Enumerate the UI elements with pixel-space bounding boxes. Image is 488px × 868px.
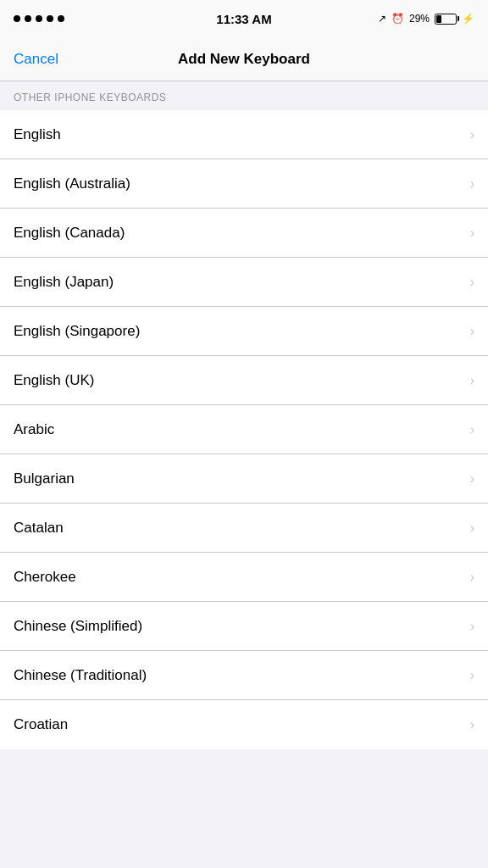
- signal-dot-5: [58, 15, 64, 22]
- chevron-right-icon: ›: [470, 127, 474, 142]
- battery-indicator: [435, 14, 457, 25]
- page-title: Add New Keyboard: [178, 51, 310, 68]
- list-item-croatian[interactable]: Croatian›: [0, 700, 488, 749]
- chevron-right-icon: ›: [470, 619, 474, 634]
- battery-percent: 29%: [409, 13, 430, 25]
- charging-icon: ⚡: [462, 13, 474, 25]
- chevron-right-icon: ›: [470, 471, 474, 487]
- list-item-english-japan[interactable]: English (Japan)›: [0, 258, 488, 307]
- list-item-arabic[interactable]: Arabic›: [0, 405, 488, 454]
- list-item-bulgarian[interactable]: Bulgarian›: [0, 454, 488, 504]
- signal-dot-3: [36, 15, 42, 22]
- location-icon: ↗: [378, 13, 386, 25]
- keyboard-list: English›English (Australia)›English (Can…: [0, 110, 488, 749]
- signal-indicators: [14, 15, 64, 22]
- list-item-label-english-canada: English (Canada): [14, 225, 125, 242]
- list-item-label-cherokee: Cherokee: [14, 569, 76, 586]
- chevron-right-icon: ›: [470, 717, 474, 732]
- cancel-button[interactable]: Cancel: [14, 51, 58, 68]
- list-item-chinese-simplified[interactable]: Chinese (Simplified)›: [0, 602, 488, 651]
- chevron-right-icon: ›: [470, 422, 474, 437]
- chevron-right-icon: ›: [470, 275, 474, 290]
- chevron-right-icon: ›: [470, 225, 474, 241]
- list-item-catalan[interactable]: Catalan›: [0, 504, 488, 553]
- section-header: OTHER IPHONE KEYBOARDS: [0, 81, 488, 110]
- list-item-label-english-japan: English (Japan): [14, 274, 114, 291]
- list-item-label-english-uk: English (UK): [14, 372, 94, 389]
- list-item-label-english-australia: English (Australia): [14, 175, 130, 192]
- list-item-label-bulgarian: Bulgarian: [14, 470, 75, 487]
- chevron-right-icon: ›: [470, 373, 474, 388]
- list-item-cherokee[interactable]: Cherokee›: [0, 553, 488, 602]
- list-item-label-chinese-simplified: Chinese (Simplified): [14, 618, 142, 635]
- status-right: ↗ ⏰ 29% ⚡: [378, 13, 474, 25]
- list-item-english[interactable]: English›: [0, 110, 488, 159]
- list-item-label-chinese-traditional: Chinese (Traditional): [14, 667, 147, 684]
- chevron-right-icon: ›: [470, 570, 474, 585]
- list-item-english-australia[interactable]: English (Australia)›: [0, 159, 488, 209]
- list-item-label-english: English: [14, 126, 61, 143]
- list-item-english-uk[interactable]: English (UK)›: [0, 356, 488, 405]
- list-item-english-canada[interactable]: English (Canada)›: [0, 209, 488, 258]
- list-item-label-arabic: Arabic: [14, 421, 54, 438]
- nav-bar: Cancel Add New Keyboard: [0, 37, 488, 81]
- status-time: 11:33 AM: [216, 12, 271, 26]
- alarm-icon: ⏰: [391, 13, 404, 25]
- list-item-english-singapore[interactable]: English (Singapore)›: [0, 307, 488, 356]
- battery-icon: [435, 14, 457, 25]
- list-item-label-english-singapore: English (Singapore): [14, 323, 140, 340]
- chevron-right-icon: ›: [470, 324, 474, 339]
- status-bar: 11:33 AM ↗ ⏰ 29% ⚡: [0, 0, 488, 37]
- chevron-right-icon: ›: [470, 176, 474, 192]
- list-item-chinese-traditional[interactable]: Chinese (Traditional)›: [0, 651, 488, 700]
- signal-dot-4: [47, 15, 53, 22]
- chevron-right-icon: ›: [470, 668, 474, 683]
- signal-dot-2: [25, 15, 31, 22]
- battery-fill: [436, 15, 441, 23]
- list-item-label-croatian: Croatian: [14, 716, 68, 733]
- list-item-label-catalan: Catalan: [14, 520, 64, 537]
- chevron-right-icon: ›: [470, 520, 474, 536]
- signal-dot-1: [14, 15, 20, 22]
